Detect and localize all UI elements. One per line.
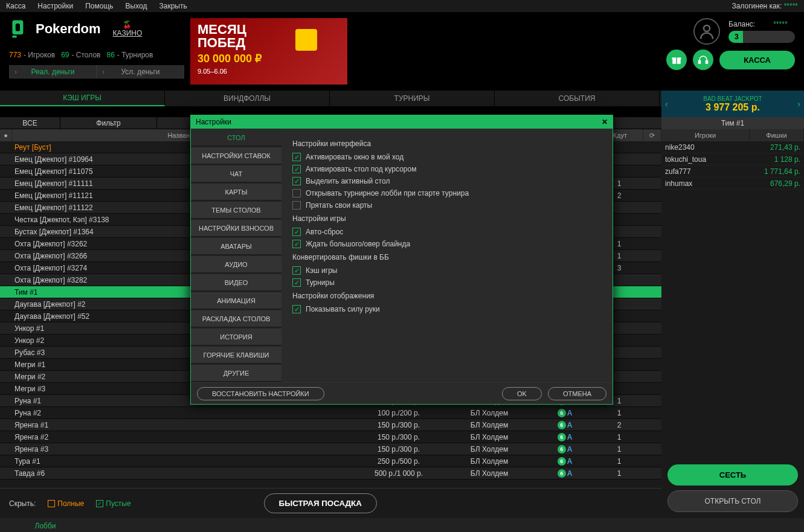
quick-seat-button[interactable]: БЫСТРАЯ ПОСАДКА <box>264 493 377 513</box>
settings-tab[interactable]: РАСКЛАДКА СТОЛОВ <box>191 310 281 327</box>
checkbox-icon[interactable] <box>292 278 301 287</box>
settings-tab[interactable]: КАРТЫ <box>191 184 281 200</box>
checkbox-icon[interactable] <box>292 266 301 275</box>
checkbox-icon[interactable] <box>292 240 301 248</box>
col-player-name[interactable]: Игроки <box>661 129 750 141</box>
settings-checkbox-row[interactable]: Авто-сброс <box>292 228 602 236</box>
settings-checkbox-row[interactable]: Кэш игры <box>292 266 602 275</box>
lobby-row[interactable]: Яренга #1150 р./300 р.БЛ Холдем6A2 <box>0 419 661 431</box>
player-row[interactable]: zufa7771 771,64 р. <box>661 165 804 178</box>
settings-checkbox-row[interactable]: Турниры <box>292 278 602 287</box>
lobby-row[interactable]: Яренга #3150 р./300 р.БЛ Холдем6A1 <box>0 443 661 455</box>
settings-tab[interactable]: ГОРЯЧИЕ КЛАВИШИ <box>191 347 281 364</box>
tab-tournaments[interactable]: ТУРНИРЫ <box>330 91 495 106</box>
jackpot-next[interactable]: › <box>797 99 800 109</box>
bottom-bar: Скрыть: Полные Пустые БЫСТРАЯ ПОСАДКА <box>0 488 661 518</box>
gift-icon <box>671 54 682 65</box>
svg-rect-6 <box>676 57 677 64</box>
user-icon <box>698 22 716 40</box>
gift-button[interactable] <box>666 50 687 70</box>
modal-close-button[interactable]: ✕ <box>602 118 608 126</box>
hide-full-checkbox[interactable]: Полные <box>48 499 84 508</box>
checkbox-label: Активировать окно в мой ход <box>306 153 404 161</box>
avatar[interactable] <box>693 18 720 45</box>
player-row[interactable]: nike2340271,43 р. <box>661 141 804 153</box>
settings-checkbox-row[interactable]: Прятать свои карты <box>292 201 602 210</box>
checkbox-label: Показывать силу руки <box>306 305 380 313</box>
settings-checkbox-row[interactable]: Показывать силу руки <box>292 305 602 313</box>
brand-text: Pokerdom <box>36 21 101 37</box>
topmenu-item[interactable]: Закрыть <box>159 2 187 10</box>
checkbox-label: Авто-сброс <box>306 228 343 236</box>
ok-button[interactable]: OK <box>502 387 542 400</box>
settings-tab[interactable]: ЧАТ <box>191 165 281 182</box>
settings-tab[interactable]: НАСТРОЙКИ СТАВОК <box>191 147 281 164</box>
checkbox-icon[interactable] <box>292 189 301 197</box>
sit-button[interactable]: СЕСТЬ <box>667 464 798 486</box>
checkbox-label: Ждать большого/овер блайнда <box>306 240 410 248</box>
col-player-chips[interactable]: Фишки <box>750 129 804 141</box>
settings-checkbox-row[interactable]: Активировать стол под курсором <box>292 165 602 173</box>
lobby-row[interactable]: Яренга #2150 р./300 р.БЛ Холдем6A1 <box>0 431 661 443</box>
player-row[interactable]: tokuchi_toua1 128 р. <box>661 153 804 165</box>
lobby-row[interactable]: Тура #1250 р./500 р.БЛ Холдем6A1 <box>0 455 661 467</box>
checkbox-icon[interactable] <box>292 153 301 161</box>
promo-banner[interactable]: МЕСЯЦ ПОБЕД 30 000 000 ₽ 9.05–6.06 <box>190 18 347 85</box>
settings-checkbox-row[interactable]: Активировать окно в мой ход <box>292 153 602 161</box>
balance-bar[interactable]: 3 <box>728 31 795 43</box>
section-title: Конвертировать фишки в ББ <box>292 253 602 261</box>
settings-tab[interactable]: АНИМАЦИЯ <box>191 292 281 309</box>
topbar: КассаНастройкиПомощьВыходЗакрыть Залогин… <box>0 0 804 12</box>
jackpot-prev[interactable]: ‹ <box>665 99 668 109</box>
tab-real-money[interactable]: ›Реал. деньги <box>9 65 97 79</box>
topmenu-item[interactable]: Помощь <box>85 2 113 10</box>
lobby-tab[interactable]: Лобби <box>0 518 91 532</box>
settings-tab[interactable]: ИСТОРИЯ <box>191 328 281 345</box>
settings-tab[interactable]: АВАТАРЫ <box>191 238 281 255</box>
tab-windfall[interactable]: ВИНДФОЛЛЫ <box>165 91 330 106</box>
topmenu-item[interactable]: Настройки <box>37 2 73 10</box>
settings-tab[interactable]: ДРУГИЕ <box>191 365 281 382</box>
filter-button[interactable]: Фильтр <box>60 117 157 129</box>
col-refresh[interactable]: ⟳ <box>643 129 661 141</box>
settings-tab[interactable]: НАСТРОЙКИ ВЗНОСОВ <box>191 220 281 237</box>
modal-titlebar: Настройки ✕ <box>191 115 613 129</box>
lobby-row[interactable]: Руна #2100 р./200 р.БЛ Холдем6A1 <box>0 407 661 419</box>
money-tabs: ›Реал. деньги ›Усл. деньги <box>9 65 184 79</box>
checkbox-icon[interactable] <box>292 201 301 210</box>
restore-settings-button[interactable]: ВОССТАНОВИТЬ НАСТРОЙКИ <box>197 387 324 400</box>
support-button[interactable] <box>693 50 713 70</box>
topmenu-item[interactable]: Выход <box>126 2 147 10</box>
col-indicator[interactable]: ● <box>0 129 12 141</box>
topmenu-item[interactable]: Касса <box>6 2 25 10</box>
header: Pokerdom 🍒 КАЗИНО 773- Игроков 69- Столо… <box>0 12 804 91</box>
jackpot-panel: ‹ BAD BEAT JACKPOT 3 977 205 р. › <box>661 91 804 117</box>
settings-checkbox-row[interactable]: Выделить активный стол <box>292 177 602 185</box>
settings-checkbox-row[interactable]: Открывать турнирное лобби при старте тур… <box>292 189 602 197</box>
checkbox-icon[interactable] <box>292 177 301 185</box>
cashier-button[interactable]: КАССА <box>719 51 795 69</box>
tab-cash[interactable]: КЭШ ИГРЫ <box>0 91 165 106</box>
settings-tab[interactable]: СТОЛ <box>191 129 281 146</box>
casino-link[interactable]: 🍒 КАЗИНО <box>113 21 143 37</box>
settings-checkbox-row[interactable]: Ждать большого/овер блайнда <box>292 240 602 248</box>
selected-table-name: Тим #1 <box>661 117 804 129</box>
settings-tab[interactable]: ТЕМЫ СТОЛОВ <box>191 202 281 219</box>
tab-play-money[interactable]: ›Усл. деньги <box>97 65 184 79</box>
lobby-row[interactable]: Тавда #6500 р./1 000 р.БЛ Холдем6A1 <box>0 467 661 479</box>
hide-empty-checkbox[interactable]: Пустые <box>96 499 130 508</box>
checkbox-label: Открывать турнирное лобби при старте тур… <box>306 189 469 197</box>
settings-tab[interactable]: АУДИО <box>191 256 281 273</box>
checkbox-icon[interactable] <box>292 165 301 173</box>
filter-all-tab[interactable]: ВСЕ <box>0 117 60 129</box>
checkbox-icon[interactable] <box>292 305 301 313</box>
tab-events[interactable]: СОБЫТИЯ <box>495 91 660 106</box>
cancel-button[interactable]: ОТМЕНА <box>548 387 606 400</box>
cherry-icon: 🍒 <box>113 21 143 29</box>
checkbox-label: Выделить активный стол <box>306 177 390 185</box>
logo[interactable]: Pokerdom <box>9 18 101 40</box>
settings-tab[interactable]: ВИДЕО <box>191 274 281 291</box>
open-table-button[interactable]: ОТКРЫТЬ СТОЛ <box>667 490 798 512</box>
checkbox-icon[interactable] <box>292 228 301 236</box>
player-row[interactable]: inhumax676,29 р. <box>661 178 804 190</box>
